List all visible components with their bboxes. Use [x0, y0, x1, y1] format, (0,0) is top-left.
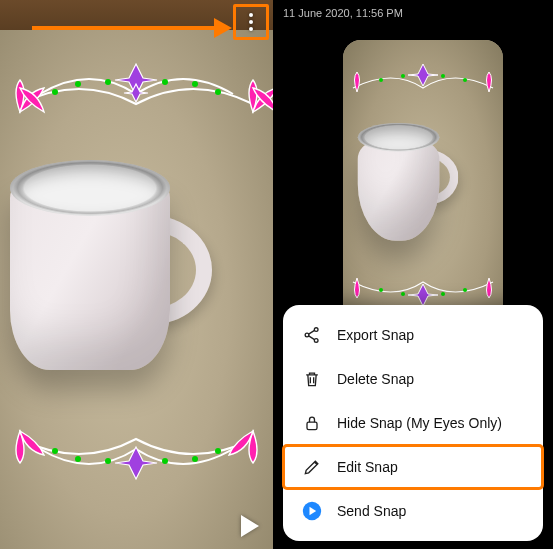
action-hide-snap[interactable]: Hide Snap (My Eyes Only) [283, 401, 543, 445]
send-circle-icon [301, 500, 323, 522]
snap-thumbnail[interactable] [343, 40, 503, 330]
action-delete-snap[interactable]: Delete Snap [283, 357, 543, 401]
photo-subject-mug [10, 160, 220, 380]
svg-point-21 [314, 328, 318, 332]
lock-icon [301, 412, 323, 434]
snap-options-screen: 11 June 2020, 11:56 PM [273, 0, 553, 549]
annotation-highlight-box [233, 4, 269, 40]
svg-point-20 [305, 333, 309, 337]
svg-rect-23 [307, 422, 317, 430]
action-send-snap[interactable]: Send Snap [283, 489, 543, 533]
snap-timestamp: 11 June 2020, 11:56 PM [273, 0, 553, 26]
snap-preview-screen [0, 0, 273, 549]
action-label: Hide Snap (My Eyes Only) [337, 415, 502, 431]
send-button[interactable] [241, 515, 259, 537]
action-label: Delete Snap [337, 371, 414, 387]
annotation-arrow [32, 18, 232, 38]
svg-point-22 [314, 339, 318, 343]
action-label: Edit Snap [337, 459, 398, 475]
action-label: Export Snap [337, 327, 414, 343]
trash-icon [301, 368, 323, 390]
action-edit-snap[interactable]: Edit Snap [283, 445, 543, 489]
pencil-icon [301, 456, 323, 478]
action-sheet: Export Snap Delete Snap Hide Snap (My Ey… [283, 305, 543, 541]
share-icon [301, 324, 323, 346]
action-export-snap[interactable]: Export Snap [283, 313, 543, 357]
action-label: Send Snap [337, 503, 406, 519]
